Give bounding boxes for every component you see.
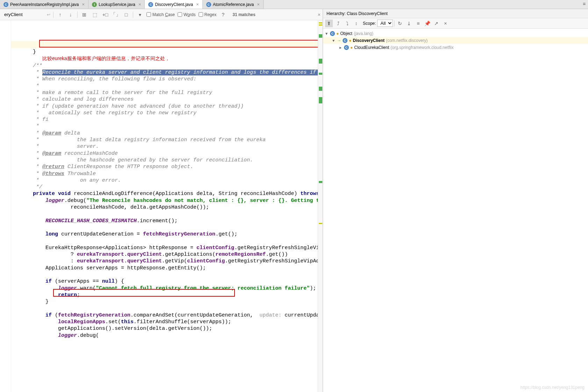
hierarchy-title: Hierarchy: Class DiscoveryClient: [323, 9, 588, 18]
find-tool-icon[interactable]: +□: [101, 11, 109, 19]
close-icon[interactable]: ×: [82, 2, 85, 7]
find-tool-icon[interactable]: ⊞: [80, 11, 88, 19]
supertypes-icon[interactable]: ⤴: [334, 20, 342, 27]
find-tool-icon[interactable]: ⬚: [91, 11, 99, 19]
tab-label: PeerAwareInstanceRegistryImpl.java: [10, 2, 79, 7]
tab-label: LookupService.java: [99, 2, 135, 7]
match-case-checkbox[interactable]: Match Case: [146, 12, 175, 17]
tab-discoveryclient[interactable]: CDiscoveryClient.java×: [145, 0, 202, 9]
filter-icon[interactable]: ▾: [136, 11, 144, 19]
prev-match-icon[interactable]: ↑: [56, 11, 64, 19]
chevron-right-icon[interactable]: ▸: [338, 45, 343, 50]
scope-label: Scope:: [363, 21, 376, 26]
refresh-icon[interactable]: ↻: [396, 20, 404, 27]
java-class-icon: C: [343, 38, 347, 43]
java-class-icon: C: [206, 2, 211, 7]
tab-label: AtomicReference.java: [213, 2, 254, 7]
close-icon[interactable]: ×: [318, 12, 321, 17]
hierarchy-panel: Hierarchy: Class DiscoveryClient ⬆ ⤴ ⤵ ↕…: [323, 9, 588, 392]
find-bar: ↩ ↑ ↓ ⊞ ⬚ +□ 「」 □ ▾ Match Case Words Reg…: [0, 9, 323, 20]
editor-pane: ↩ ↑ ↓ ⊞ ⬚ +□ 「」 □ ▾ Match Case Words Reg…: [0, 9, 323, 392]
java-class-icon: C: [344, 45, 349, 50]
external-icon[interactable]: ↗: [432, 20, 440, 27]
regex-checkbox[interactable]: Regex: [199, 12, 217, 17]
pin-icon[interactable]: 📌: [423, 20, 431, 27]
tree-row-discoveryclient[interactable]: ▾ → C ● DiscoveryClient (com.netflix.dis…: [323, 37, 588, 44]
close-icon[interactable]: ×: [138, 2, 141, 7]
close-icon[interactable]: ×: [196, 2, 199, 7]
autoscroll-icon[interactable]: ⤓: [405, 20, 413, 27]
java-class-icon: C: [148, 2, 153, 7]
java-class-icon: C: [3, 2, 8, 7]
match-count: 31 matches: [232, 12, 255, 17]
words-checkbox[interactable]: Words: [178, 12, 195, 17]
class-hierarchy-icon[interactable]: ⬆: [325, 20, 333, 27]
code-editor[interactable]: } 比较eureka服务端和客户端的注册信息，并记录不同之处， /** * Re…: [0, 20, 323, 392]
expand-icon[interactable]: ≡: [414, 20, 422, 27]
tab-atomicreference[interactable]: CAtomicReference.java×: [203, 0, 264, 9]
close-icon[interactable]: ×: [257, 2, 260, 7]
next-match-icon[interactable]: ↓: [67, 11, 74, 19]
java-class-icon: C: [330, 31, 335, 36]
tree-row-cloudeureka[interactable]: ▸ C ● CloudEurekaClient (org.springframe…: [323, 44, 588, 51]
tabs-menu-icon[interactable]: ≡: [580, 0, 588, 8]
editor-tabs: CPeerAwareInstanceRegistryImpl.java× ILo…: [0, 0, 588, 9]
code-body[interactable]: } 比较eureka服务端和客户端的注册信息，并记录不同之处， /** * Re…: [11, 20, 323, 392]
help-icon[interactable]: ?: [219, 11, 227, 19]
annotation-text: 比较eureka服务端和客户端的注册信息，并记录不同之处，: [42, 56, 170, 61]
scope-select[interactable]: All: [377, 20, 393, 27]
java-interface-icon: I: [92, 2, 97, 7]
hierarchy-toolbar: ⬆ ⤴ ⤵ ↕ Scope: All ↻ ⤓ ≡ 📌 ↗ ×: [323, 18, 588, 29]
close-icon[interactable]: ×: [442, 20, 449, 27]
sort-icon[interactable]: ↕: [352, 20, 360, 27]
selected-text: Reconcile the eureka server and client r…: [42, 70, 323, 75]
find-tool-icon[interactable]: □: [122, 11, 130, 19]
find-tool-icon[interactable]: 「」: [112, 11, 120, 19]
search-input[interactable]: [2, 11, 44, 18]
chevron-down-icon[interactable]: ▾: [331, 38, 336, 43]
gutter: [0, 20, 11, 392]
marker-stripe[interactable]: [318, 20, 323, 392]
tab-peeraware[interactable]: CPeerAwareInstanceRegistryImpl.java×: [0, 0, 88, 9]
chevron-down-icon[interactable]: ▾: [324, 31, 329, 36]
tab-label: DiscoveryClient.java: [155, 2, 193, 7]
tree-row-object[interactable]: ▾ C ● Object (java.lang): [323, 30, 588, 37]
hierarchy-tree[interactable]: ▾ C ● Object (java.lang) ▾ → C ● Discove…: [323, 29, 588, 392]
tab-lookupservice[interactable]: ILookupService.java×: [88, 0, 145, 9]
subtypes-icon[interactable]: ⤵: [343, 20, 351, 27]
